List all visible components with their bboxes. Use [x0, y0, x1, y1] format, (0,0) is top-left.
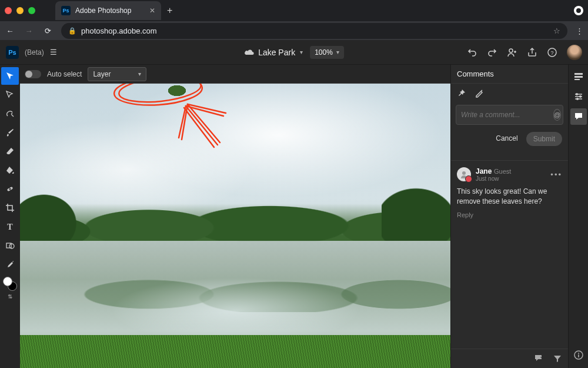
header-actions: ?: [467, 45, 582, 60]
tool-heal[interactable]: [1, 180, 19, 198]
svg-rect-13: [574, 79, 580, 80]
mention-icon[interactable]: @: [553, 109, 561, 121]
browser-tab[interactable]: Ps Adobe Photoshop ✕: [55, 1, 161, 20]
submit-button[interactable]: Submit: [526, 132, 562, 146]
chevron-down-icon: ▾: [336, 49, 339, 55]
svg-point-1: [509, 49, 513, 52]
favicon-ps-icon: Ps: [61, 6, 71, 15]
document-name: Lake Park: [258, 48, 295, 57]
app-menu-button[interactable]: ☰: [50, 48, 57, 57]
new-tab-button[interactable]: +: [167, 5, 172, 16]
commenter-name: Jane: [476, 167, 492, 175]
pin-icon[interactable]: [457, 88, 466, 98]
browser-menu-button[interactable]: ⋮: [576, 26, 583, 35]
undo-button[interactable]: [467, 47, 477, 58]
svg-text:T: T: [7, 223, 13, 231]
color-swatches[interactable]: [3, 277, 17, 291]
zoom-value: 100%: [315, 48, 333, 57]
profile-indicator[interactable]: [574, 6, 583, 15]
tool-fill[interactable]: [1, 161, 19, 179]
comment-time: Just now: [476, 175, 511, 182]
ps-logo-icon[interactable]: Ps: [6, 46, 19, 59]
tool-move[interactable]: [1, 67, 19, 85]
svg-point-15: [579, 95, 582, 98]
url-text: photoshop.adobe.com: [81, 26, 157, 35]
left-toolbar: T ⇅: [0, 65, 20, 368]
svg-rect-11: [574, 73, 583, 75]
comments-footer: [451, 349, 568, 368]
commenter-role: Guest: [494, 168, 511, 175]
document-canvas[interactable]: [20, 84, 450, 368]
minimize-icon[interactable]: [16, 7, 24, 14]
tool-type[interactable]: T: [1, 218, 19, 236]
svg-point-14: [576, 93, 578, 95]
share-button[interactable]: [527, 47, 537, 58]
properties-panel-button[interactable]: [570, 68, 587, 85]
browser-address-bar: ← → ⟳ 🔒 photoshop.adobe.com ☆ ⋮: [0, 21, 588, 40]
reply-button[interactable]: Reply: [457, 211, 562, 218]
commenter-avatar: [457, 167, 471, 181]
close-icon[interactable]: [5, 7, 12, 14]
right-rail: [568, 65, 588, 368]
layer-dropdown[interactable]: Layer ▾: [88, 67, 146, 81]
cancel-button[interactable]: Cancel: [492, 132, 521, 146]
chevron-down-icon: ▾: [300, 49, 303, 55]
info-button[interactable]: [570, 347, 587, 363]
auto-select-toggle[interactable]: [25, 70, 41, 78]
document-title-chip[interactable]: Lake Park ▾ 100% ▾: [244, 46, 344, 59]
comment-more-icon[interactable]: •••: [550, 170, 562, 179]
maximize-icon[interactable]: [28, 7, 35, 14]
user-avatar[interactable]: [567, 45, 582, 60]
options-bar: Auto select Layer ▾: [20, 65, 450, 84]
svg-point-16: [576, 98, 579, 100]
comment-item: Jane Guest Just now ••• This sky looks g…: [451, 160, 568, 224]
url-field[interactable]: 🔒 photoshop.adobe.com ☆: [61, 23, 567, 39]
chevron-down-icon: ▾: [138, 71, 141, 77]
comments-panel: Comments @ Cancel Submit: [450, 65, 568, 368]
main-area: T ⇅ Auto select Layer ▾: [0, 65, 588, 368]
window-controls[interactable]: [5, 7, 35, 14]
canvas-viewport[interactable]: [20, 84, 450, 368]
cloud-icon: [244, 48, 255, 57]
adjustments-panel-button[interactable]: [570, 88, 587, 105]
comment-view-icon[interactable]: [534, 354, 544, 363]
swap-colors-icon[interactable]: ⇅: [8, 293, 12, 300]
tool-lasso[interactable]: [1, 86, 19, 104]
comment-body: This sky looks great! Can we remove thes…: [457, 187, 562, 207]
svg-point-18: [578, 353, 579, 354]
svg-text:?: ?: [550, 49, 553, 55]
svg-rect-12: [574, 76, 583, 78]
tool-eraser[interactable]: [1, 142, 19, 160]
browser-tab-strip: Ps Adobe Photoshop ✕ +: [0, 0, 588, 21]
tab-title: Adobe Photoshop: [75, 6, 131, 15]
back-button[interactable]: ←: [5, 26, 15, 35]
draw-icon[interactable]: [475, 88, 484, 98]
tool-eyedropper[interactable]: [1, 256, 19, 273]
comment-text-field[interactable]: [461, 111, 550, 119]
redo-button[interactable]: [487, 47, 497, 58]
auto-select-label: Auto select: [47, 70, 82, 78]
bookmark-icon[interactable]: ☆: [553, 26, 560, 35]
comments-header: Comments: [451, 65, 568, 84]
svg-point-10: [462, 171, 466, 175]
center-column: Auto select Layer ▾: [20, 65, 450, 368]
svg-point-0: [576, 8, 581, 13]
invite-button[interactable]: [507, 47, 517, 58]
app-header: Ps (Beta) ☰ Lake Park ▾ 100% ▾ ?: [0, 40, 588, 65]
tool-crop[interactable]: [1, 199, 19, 217]
comments-toolbar: [451, 84, 568, 102]
tool-shape[interactable]: [1, 237, 19, 254]
tool-quick-select[interactable]: [1, 105, 19, 122]
forward-button[interactable]: →: [24, 26, 34, 35]
comments-panel-button[interactable]: [570, 108, 587, 125]
tool-brush[interactable]: [1, 124, 19, 141]
help-button[interactable]: ?: [547, 47, 557, 58]
comment-input[interactable]: @: [456, 105, 563, 125]
foreground-color-swatch[interactable]: [3, 277, 12, 286]
filter-icon[interactable]: [553, 354, 562, 363]
zoom-dropdown[interactable]: 100% ▾: [310, 46, 344, 59]
tab-close-icon[interactable]: ✕: [149, 6, 155, 15]
reload-button[interactable]: ⟳: [42, 26, 53, 35]
image-leaves: [162, 84, 192, 101]
beta-label: (Beta): [25, 48, 44, 57]
